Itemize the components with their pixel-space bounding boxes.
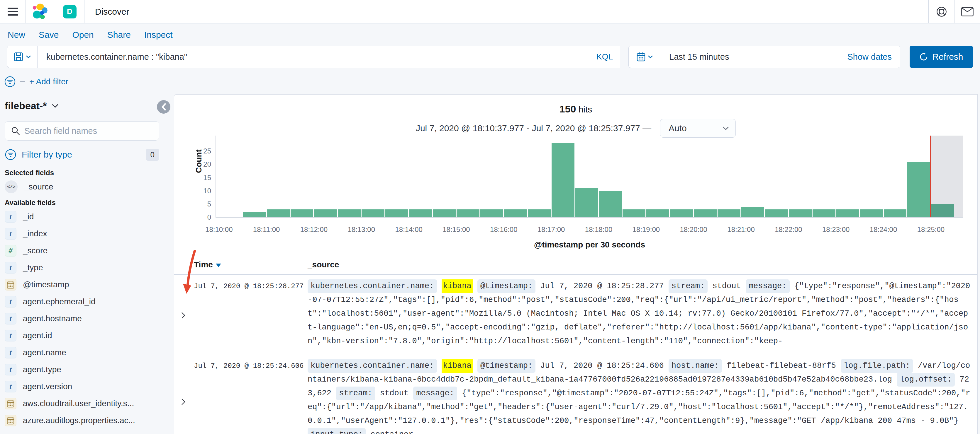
histogram-bar[interactable] (267, 209, 290, 217)
x-tick-label: 18:18:00 (585, 225, 612, 234)
histogram-bar[interactable] (385, 209, 408, 217)
histogram-bar[interactable] (291, 209, 313, 217)
x-tick-label: 18:23:00 (822, 225, 850, 234)
filter-by-type-button[interactable]: Filter by type (22, 150, 72, 160)
field-item-agent.hostname[interactable]: tagent.hostname (5, 312, 159, 325)
menu-hamburger-icon[interactable] (0, 0, 26, 23)
field-item-agent.version[interactable]: tagent.version (5, 380, 159, 393)
field-item-agent.id[interactable]: tagent.id (5, 329, 159, 342)
documents-table: Time _source Jul 7, 2020 @ 18:25:28.277k… (174, 257, 977, 434)
filter-menu-icon[interactable] (4, 76, 16, 87)
table-row: Jul 7, 2020 @ 18:25:24.606kubernetes.con… (174, 354, 977, 434)
histogram-bar[interactable] (694, 209, 717, 217)
menu-link-open[interactable]: Open (72, 30, 94, 40)
help-icon[interactable] (928, 0, 954, 23)
field-item-_score[interactable]: #_score (5, 244, 159, 257)
y-tick-label: 0 (195, 213, 211, 222)
histogram-bar[interactable] (836, 209, 859, 217)
newsfeed-icon[interactable] (954, 0, 980, 23)
histogram-bar[interactable] (361, 209, 385, 217)
field-name-badge: input.type: (308, 428, 366, 434)
collapse-sidebar-button[interactable] (157, 100, 170, 114)
y-tick-label: 25 (195, 147, 211, 155)
histogram-bar[interactable] (907, 162, 930, 217)
x-tick-label: 18:24:00 (870, 225, 897, 234)
time-column-header[interactable]: Time (194, 260, 308, 269)
main-area: filebeat-* Filter by type 0 Selected fie… (0, 94, 980, 434)
histogram-bar[interactable] (480, 209, 503, 217)
current-time-marker (930, 136, 931, 217)
histogram-bar[interactable] (813, 209, 835, 217)
hits-count-line: 150 hits (174, 103, 977, 115)
index-pattern-switcher[interactable]: filebeat-* (5, 99, 159, 112)
row-timestamp: Jul 7, 2020 @ 18:25:24.606 (194, 359, 308, 434)
discover-app-icon[interactable]: D (63, 5, 76, 19)
field-item-_type[interactable]: t_type (5, 261, 159, 274)
histogram-bar[interactable] (860, 209, 883, 217)
y-tick-label: 15 (195, 174, 211, 182)
histogram-bar[interactable] (884, 209, 907, 217)
expand-row-icon[interactable] (181, 359, 194, 434)
histogram-bar[interactable] (622, 209, 646, 217)
refresh-button[interactable]: Refresh (910, 46, 973, 68)
saved-query-menu-button[interactable] (7, 46, 38, 68)
histogram-bar[interactable] (765, 209, 788, 217)
histogram-bar[interactable] (599, 191, 622, 217)
field-name-badge: message: (746, 279, 790, 293)
interval-select[interactable]: Auto (660, 119, 736, 138)
string-field-icon: t (5, 364, 16, 375)
histogram-bar[interactable] (646, 209, 669, 217)
index-pattern-title: filebeat-* (5, 100, 47, 112)
histogram-bar[interactable] (504, 209, 527, 217)
save-icon (14, 52, 23, 62)
row-timestamp: Jul 7, 2020 @ 18:25:28.277 (194, 279, 308, 348)
query-input[interactable] (46, 52, 590, 62)
expand-row-icon[interactable] (181, 279, 194, 348)
histogram-bar[interactable] (670, 209, 693, 217)
histogram-bar[interactable] (243, 212, 266, 217)
y-tick-label: 20 (195, 160, 211, 168)
field-label: agent.name (23, 348, 66, 357)
field-item-azure.auditlogs.properties.ac...[interactable]: azure.auditlogs.properties.ac... (5, 414, 159, 427)
histogram-bar[interactable] (789, 209, 812, 217)
query-language-button[interactable]: KQL (597, 52, 613, 62)
field-item-agent.name[interactable]: tagent.name (5, 346, 159, 359)
field-item-_index[interactable]: t_index (5, 227, 159, 240)
histogram-bar[interactable] (409, 209, 432, 217)
histogram-bar[interactable] (457, 209, 479, 217)
histogram-bar[interactable] (931, 204, 954, 217)
x-tick-label: 18:15:00 (442, 225, 470, 234)
filter-type-icon[interactable] (5, 149, 16, 160)
histogram-bar[interactable] (433, 209, 456, 217)
field-item-@timestamp[interactable]: @timestamp (5, 278, 159, 291)
hits-label: hits (579, 105, 592, 114)
time-range-value[interactable]: Last 15 minutes (661, 52, 729, 62)
field-item-agent.type[interactable]: tagent.type (5, 363, 159, 376)
histogram-bar[interactable] (741, 207, 764, 217)
elastic-logo[interactable] (26, 0, 55, 23)
histogram-bar[interactable] (314, 209, 337, 217)
histogram-bar[interactable] (338, 209, 361, 217)
field-item-agent.ephemeral_id[interactable]: tagent.ephemeral_id (5, 295, 159, 308)
field-name-badge: log.file.path: (841, 359, 913, 373)
show-dates-button[interactable]: Show dates (847, 52, 900, 62)
histogram-bar[interactable] (718, 209, 740, 217)
date-quick-select-button[interactable] (629, 46, 661, 68)
filter-bar: + Add filter (4, 76, 980, 88)
histogram-bar[interactable] (528, 209, 551, 217)
histogram-bar[interactable] (552, 143, 574, 217)
field-item-_id[interactable]: t_id (5, 210, 159, 223)
menu-link-new[interactable]: New (8, 30, 25, 40)
histogram-bar[interactable] (575, 188, 598, 217)
field-item-_source[interactable]: </>_source (5, 181, 159, 193)
field-label: azure.auditlogs.properties.ac... (23, 416, 135, 425)
menu-link-save[interactable]: Save (39, 30, 59, 40)
field-name-badge: stream: (668, 279, 708, 293)
app-badge-cell: D (55, 0, 84, 23)
add-filter-button[interactable]: + Add filter (29, 77, 68, 86)
field-search-input[interactable] (24, 126, 153, 136)
x-tick-label: 18:13:00 (348, 225, 375, 234)
menu-link-inspect[interactable]: Inspect (144, 30, 173, 40)
field-item-aws.cloudtrail.user_identity.s...[interactable]: aws.cloudtrail.user_identity.s... (5, 397, 159, 410)
menu-link-share[interactable]: Share (107, 30, 131, 40)
